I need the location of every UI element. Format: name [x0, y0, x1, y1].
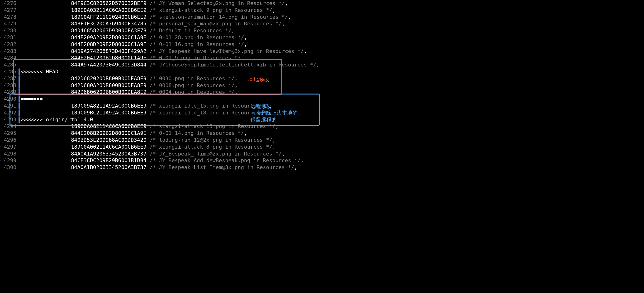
build-file-hash: 189C09BC211A92AC00CB6EE9	[71, 110, 146, 116]
build-file-hash: 842D680A20DB800B00DEA8E9	[71, 82, 146, 88]
build-file-hash: 84D468582063D93000EA3F78	[71, 28, 146, 34]
trailing-comma: ,	[269, 110, 272, 116]
trailing-comma: ,	[244, 130, 247, 136]
comment-close: */	[263, 7, 272, 13]
comment-open: /*	[146, 130, 159, 136]
line-number: 4291	[0, 102, 18, 110]
conflict-marker: >>>>>>> origin/rtb1.4.0	[21, 116, 93, 122]
comment-open: /*	[146, 123, 159, 129]
line-number: 4289	[0, 89, 18, 96]
code-editor[interactable]: 4276427742784279428042814282428342844285…	[0, 0, 644, 171]
build-file-hash: 844E208B209B2D80000C1A9E	[71, 130, 146, 136]
line-number: 4280	[0, 27, 18, 34]
build-file-hash: 84D9A274208873D400F429A2	[71, 48, 146, 54]
comment-close: */	[234, 130, 244, 136]
comment-close: */	[231, 55, 241, 61]
comment-close: */	[272, 151, 282, 157]
comment-open: /*	[146, 55, 159, 61]
comment-open: /*	[146, 28, 159, 34]
resource-entry-line: 848F1F3C20CA769400F34785 /* personal_sex…	[21, 20, 644, 27]
line-number: 4300	[0, 164, 18, 171]
trailing-comma: ,	[282, 21, 285, 26]
line-number: 4277	[0, 7, 18, 14]
comment-close: */	[285, 164, 294, 170]
comment-open: /*	[146, 89, 159, 95]
trailing-comma: ,	[301, 158, 304, 163]
resource-entry-line: 842D680620DB800B00DEA8E9 /* 0004.png in …	[21, 89, 644, 96]
resource-entry-line: 844E208B209B2D80000C1A9E /* 0-01_14.png …	[21, 130, 644, 137]
line-number: 4276	[0, 0, 18, 7]
resource-entry-line: 189C0A08211AC6CA00CB6EE9 /* xiangzi-atta…	[21, 123, 644, 130]
build-file-hash: 844E209A209B2D80000C1A9E	[71, 34, 146, 40]
resource-entry-line: 844E20A1209B2D80000C1A9E /* 0-01_9.png i…	[21, 54, 644, 62]
line-number: 4296	[0, 137, 18, 144]
resource-entry-line: 844E209A209B2D80000C1A9E /* 0-01_28.png …	[21, 34, 644, 41]
build-file-comment: xiangzi-attack_9.png in Resources	[159, 7, 263, 13]
build-file-hash: 189C0A00211AC6CA00CB6EE9	[71, 144, 146, 150]
trailing-comma: ,	[231, 28, 234, 34]
build-file-comment: JYChooseShopTimeCollectionCell.xib in Re…	[159, 62, 307, 68]
comment-open: /*	[146, 41, 159, 47]
trailing-comma: ,	[272, 144, 276, 150]
build-file-hash: 848F1F3C20CA769400F34785	[71, 21, 146, 26]
build-file-hash: 842D682020DB800B00DEA8E9	[71, 76, 146, 82]
comment-close: */	[266, 123, 276, 129]
line-number: 4283	[0, 48, 18, 55]
line-number: 4293	[0, 116, 18, 123]
comment-open: /*	[146, 76, 159, 82]
line-number: 4290	[0, 96, 18, 102]
line-number: 4288	[0, 82, 18, 89]
build-file-comment: 0004.png in Resources	[159, 89, 225, 95]
line-number: 4279	[0, 20, 18, 27]
build-file-comment: JY_Bespeak_List_Item@3x.png in Resources	[159, 164, 285, 170]
build-file-hash: 84A0A1A92063345200A3B737	[71, 151, 146, 157]
comment-open: /*	[146, 34, 159, 40]
build-file-comment: xiangzi-attack_13.png in Resources	[159, 123, 266, 129]
code-area[interactable]: 84F9C3C820562D570032BEF9 /* JY_Woman_Sel…	[18, 0, 644, 171]
comment-open: /*	[146, 137, 159, 143]
build-file-hash: 844A97A42073049C0093D844	[71, 62, 146, 68]
build-file-comment: 0008.png in Resources	[159, 82, 225, 88]
trailing-comma: ,	[294, 164, 297, 170]
build-file-hash: 840BD53E209988AC00DD3420	[71, 137, 146, 143]
comment-close: */	[225, 82, 234, 88]
trailing-comma: ,	[285, 0, 288, 6]
comment-open: /*	[146, 48, 159, 54]
build-file-comment: JY_Bespeak_Have_NewItem@3x.png in Resour…	[159, 48, 294, 54]
conflict-marker-line: <<<<<<< HEAD	[21, 68, 644, 75]
build-file-hash: 189C09A8211A92AC00CB6EE9	[71, 103, 146, 109]
resource-entry-line: 189C0A03211AC6CA00CB6EE9 /* xiangzi-atta…	[21, 7, 644, 14]
build-file-comment: 0-01_9.png in Resources	[159, 55, 232, 61]
resource-entry-line: 844E208D209B2D80000C1A9E /* 0-01_16.png …	[21, 41, 644, 48]
resource-entry-line: 84A0A1A92063345200A3B737 /* JY_Bespeak_ …	[21, 150, 644, 158]
comment-open: /*	[146, 14, 159, 20]
resource-entry-line: 189C09A8211A92AC00CB6EE9 /* xiangzi-idle…	[21, 102, 644, 110]
line-number: 4284	[0, 54, 18, 62]
trailing-comma: ,	[288, 14, 291, 20]
build-file-comment: JY_Woman_Selected@2x.png in Resources	[159, 0, 276, 6]
comment-open: /*	[146, 0, 159, 6]
conflict-marker-line: =======	[21, 96, 644, 102]
build-file-comment: JY_Bespeak_ Time@2x.png in Resources	[159, 151, 272, 157]
comment-open: /*	[146, 62, 159, 68]
resource-entry-line: 189C0AFF211C202400CB6EE9 /* skeleton-ani…	[21, 14, 644, 21]
line-number: 4292	[0, 110, 18, 116]
comment-open: /*	[146, 158, 159, 163]
comment-open: /*	[146, 103, 159, 109]
comment-close: */	[260, 103, 269, 109]
comment-open: /*	[146, 7, 159, 13]
comment-close: */	[291, 158, 301, 163]
comment-close: */	[276, 0, 285, 6]
build-file-hash: 84A0A1B02063345200A3B737	[71, 164, 146, 170]
trailing-comma: ,	[234, 76, 238, 82]
resource-entry-line: 189C0A00211AC6CA00CB6EE9 /* xiangzi-atta…	[21, 144, 644, 150]
conflict-marker-line: >>>>>>> origin/rtb1.4.0	[21, 116, 644, 123]
build-file-comment: personal_sex_man@2x.png in Resources	[159, 21, 272, 26]
trailing-comma: ,	[234, 89, 238, 95]
conflict-marker: =======	[21, 96, 43, 102]
build-file-comment: 0-01_16.png in Resources	[159, 41, 234, 47]
line-number: 4295	[0, 130, 18, 137]
comment-close: */	[234, 41, 244, 47]
line-number: 4297	[0, 144, 18, 150]
comment-close: */	[307, 62, 316, 68]
